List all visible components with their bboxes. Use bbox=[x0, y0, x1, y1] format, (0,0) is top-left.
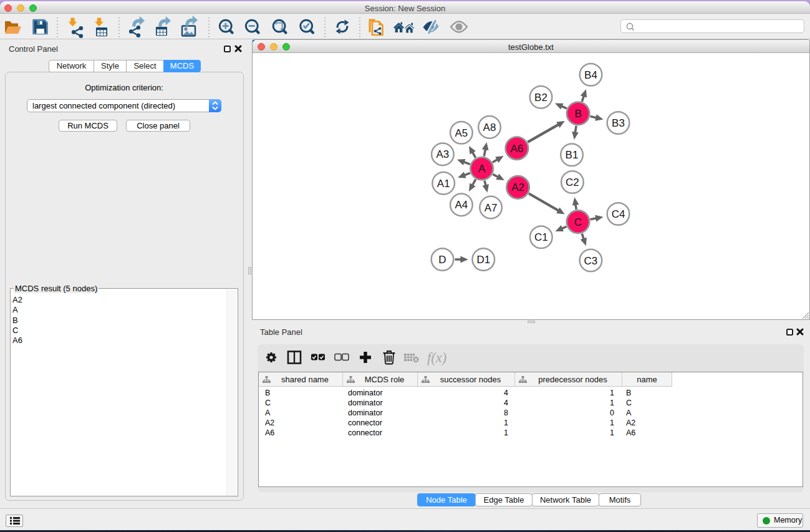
svg-text:C: C bbox=[574, 216, 582, 228]
svg-text:A2: A2 bbox=[511, 181, 524, 193]
svg-text:C1: C1 bbox=[534, 231, 548, 243]
svg-text:A3: A3 bbox=[436, 148, 450, 160]
svg-text:A4: A4 bbox=[455, 199, 468, 211]
svg-text:C3: C3 bbox=[584, 255, 598, 267]
svg-text:D: D bbox=[438, 254, 446, 266]
svg-text:A1: A1 bbox=[437, 178, 450, 190]
svg-text:A: A bbox=[478, 163, 486, 175]
svg-text:C4: C4 bbox=[612, 208, 625, 220]
svg-text:B2: B2 bbox=[534, 92, 547, 104]
svg-text:A5: A5 bbox=[455, 127, 468, 139]
svg-text:f(x): f(x) bbox=[427, 350, 446, 365]
svg-text:A7: A7 bbox=[485, 202, 498, 214]
svg-text:B: B bbox=[574, 108, 581, 120]
svg-text:B3: B3 bbox=[612, 117, 625, 129]
svg-text:B1: B1 bbox=[566, 149, 579, 161]
svg-text:D1: D1 bbox=[476, 254, 490, 266]
svg-text:A6: A6 bbox=[511, 143, 524, 155]
svg-text:A8: A8 bbox=[483, 122, 496, 133]
svg-text:B4: B4 bbox=[584, 69, 597, 81]
svg-text:C2: C2 bbox=[566, 177, 579, 188]
